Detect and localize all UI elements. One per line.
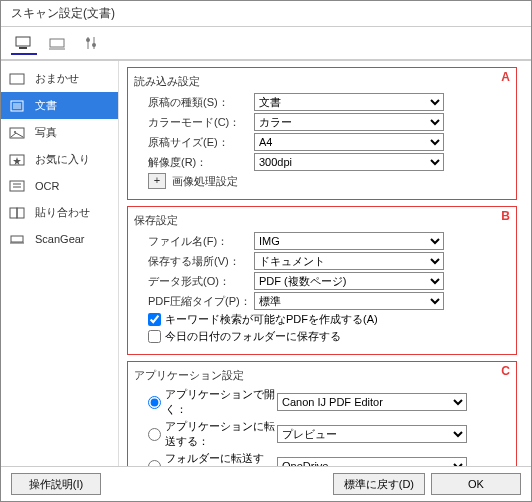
toolbar-tab-device[interactable] (45, 33, 71, 55)
titlebar: スキャン設定(文書) (1, 1, 531, 27)
svg-rect-20 (10, 208, 17, 218)
label-keyword-pdf: キーワード検索が可能なPDFを作成する(A) (165, 312, 378, 327)
tools-icon (83, 35, 101, 51)
label-image-processing: 画像処理設定 (172, 174, 238, 189)
select-open-with-app[interactable]: Canon IJ PDF Editor (277, 393, 467, 411)
stitch-icon (9, 206, 27, 220)
svg-rect-21 (17, 208, 24, 218)
svg-point-7 (92, 43, 96, 47)
footer: 操作説明(I) 標準に戻す(D) OK (1, 466, 531, 501)
sidebar-item-label: おまかせ (35, 71, 79, 86)
group-save-settings: B 保存設定 ファイル名(F)： IMG 保存する場所(V)： ドキュメント デ… (127, 206, 517, 355)
main-area: おまかせ 文書 写真 お気に入り OCR 貼り合わせ (1, 61, 531, 466)
window: スキャン設定(文書) おまかせ 文書 写真 (0, 0, 532, 502)
select-file-name[interactable]: IMG (254, 232, 444, 250)
photo-icon (9, 126, 27, 140)
auto-icon (9, 72, 27, 86)
favorite-icon (9, 153, 27, 167)
svg-rect-0 (16, 37, 30, 46)
label-data-format: データ形式(O)： (134, 274, 254, 289)
svg-rect-8 (10, 74, 24, 84)
select-color-mode[interactable]: カラー (254, 113, 444, 131)
select-pdf-compression[interactable]: 標準 (254, 292, 444, 310)
svg-rect-17 (10, 181, 24, 191)
group-letter-b: B (501, 209, 510, 223)
scangear-icon (9, 232, 27, 246)
sidebar-item-photo[interactable]: 写真 (1, 119, 118, 146)
label-send-to-folder: フォルダーに転送する： (165, 451, 277, 466)
sidebar-item-label: ScanGear (35, 233, 85, 245)
group-title-a: 読み込み設定 (134, 74, 510, 89)
toolbar-tab-computer[interactable] (11, 33, 37, 55)
label-source: 原稿の種類(S)： (134, 95, 254, 110)
sidebar-item-label: 貼り合わせ (35, 205, 90, 220)
sidebar-item-label: お気に入り (35, 152, 90, 167)
select-save-in[interactable]: ドキュメント (254, 252, 444, 270)
expand-image-proc-button[interactable]: + (148, 173, 166, 189)
label-date-folder: 今日の日付のフォルダーに保存する (165, 329, 341, 344)
radio-send-to-folder[interactable] (148, 460, 161, 467)
select-send-to-folder[interactable]: OneDrive (277, 457, 467, 466)
svg-rect-2 (50, 39, 64, 47)
group-letter-c: C (501, 364, 510, 378)
select-paper-size[interactable]: A4 (254, 133, 444, 151)
sidebar-item-scangear[interactable]: ScanGear (1, 226, 118, 252)
label-file-name: ファイル名(F)： (134, 234, 254, 249)
radio-open-with-app[interactable] (148, 396, 161, 409)
select-resolution[interactable]: 300dpi (254, 153, 444, 171)
button-defaults[interactable]: 標準に戻す(D) (333, 473, 425, 495)
svg-marker-16 (13, 157, 21, 165)
svg-rect-22 (11, 236, 23, 242)
label-open-with-app: アプリケーションで開く： (165, 387, 277, 417)
group-application-settings: C アプリケーション設定 アプリケーションで開く： Canon IJ PDF E… (127, 361, 517, 466)
ocr-icon (9, 179, 27, 193)
select-send-to-app[interactable]: プレビュー (277, 425, 467, 443)
sidebar-item-label: 写真 (35, 125, 57, 140)
label-send-to-app: アプリケーションに転送する： (165, 419, 277, 449)
sidebar-item-ocr[interactable]: OCR (1, 173, 118, 199)
sidebar-item-favorite[interactable]: お気に入り (1, 146, 118, 173)
svg-point-6 (86, 38, 90, 42)
button-ok[interactable]: OK (431, 473, 521, 495)
sidebar: おまかせ 文書 写真 お気に入り OCR 貼り合わせ (1, 61, 119, 466)
svg-rect-1 (19, 47, 27, 49)
computer-icon (14, 35, 34, 51)
sidebar-item-label: OCR (35, 180, 59, 192)
group-title-b: 保存設定 (134, 213, 510, 228)
group-scan-options: A 読み込み設定 原稿の種類(S)： 文書 カラーモード(C)： カラー 原稿サ… (127, 67, 517, 200)
label-resolution: 解像度(R)： (134, 155, 254, 170)
sidebar-item-document[interactable]: 文書 (1, 92, 118, 119)
label-pdf-compression: PDF圧縮タイプ(P)： (134, 294, 254, 309)
group-title-c: アプリケーション設定 (134, 368, 510, 383)
device-icon (48, 35, 68, 51)
sidebar-item-stitch[interactable]: 貼り合わせ (1, 199, 118, 226)
group-letter-a: A (501, 70, 510, 84)
sidebar-item-label: 文書 (35, 98, 57, 113)
document-icon (9, 99, 27, 113)
radio-send-to-app[interactable] (148, 428, 161, 441)
select-source[interactable]: 文書 (254, 93, 444, 111)
content-panel: A 読み込み設定 原稿の種類(S)： 文書 カラーモード(C)： カラー 原稿サ… (119, 61, 531, 466)
checkbox-keyword-pdf[interactable] (148, 313, 161, 326)
sidebar-item-auto[interactable]: おまかせ (1, 65, 118, 92)
checkbox-date-folder[interactable] (148, 330, 161, 343)
label-color-mode: カラーモード(C)： (134, 115, 254, 130)
label-save-in: 保存する場所(V)： (134, 254, 254, 269)
window-title: スキャン設定(文書) (11, 6, 115, 20)
toolbar-tab-tools[interactable] (79, 33, 105, 55)
button-instructions[interactable]: 操作説明(I) (11, 473, 101, 495)
select-data-format[interactable]: PDF (複数ページ) (254, 272, 444, 290)
top-toolbar (1, 27, 531, 61)
label-paper-size: 原稿サイズ(E)： (134, 135, 254, 150)
